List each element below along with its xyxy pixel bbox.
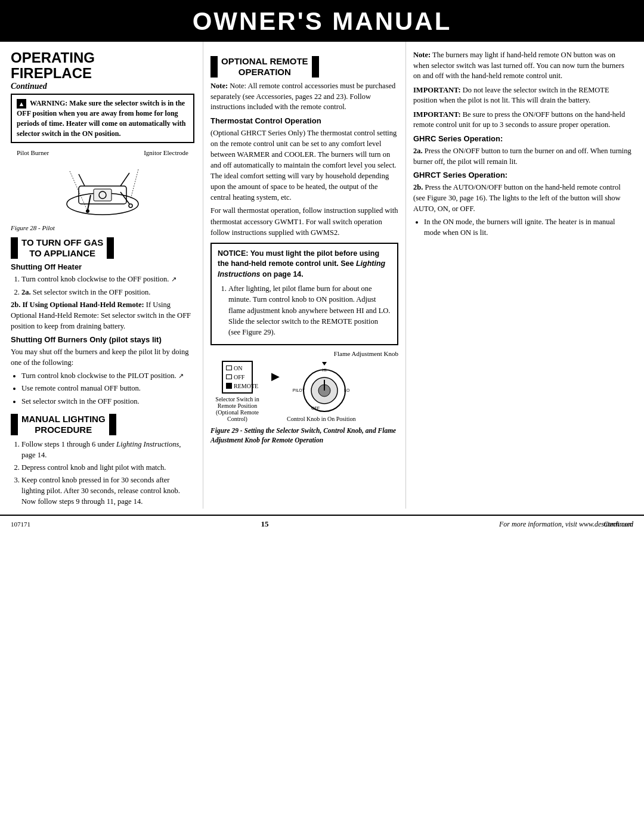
svg-point-7 [129, 204, 132, 208]
pilot-diagram: Pilot Burner Ignitor Electrode [11, 149, 194, 222]
bottom-figures-area: Flame Adjustment Knob ON OFF [210, 350, 398, 422]
manual-heading-bar-left [11, 414, 18, 435]
turn-off-gas-title: TO TURN OFF GASTO APPLIANCE [21, 237, 103, 259]
svg-text:PILOT: PILOT [293, 388, 305, 392]
page-title: OWNER'S MANUAL [0, 7, 644, 36]
svg-line-4 [88, 195, 91, 210]
ghrc-heading: GHRC Series Operation: [413, 134, 633, 143]
sel-off-indicator [226, 374, 232, 379]
burners-bullet-2: Use remote control manual OFF button. [21, 383, 194, 394]
step-1: Turn control knob clockwise to the OFF p… [21, 274, 194, 284]
arrow-icon-2: ↗ [178, 371, 184, 381]
opt-heading-bar-right [312, 56, 319, 78]
right-column: Note: The burners may light if hand-held… [405, 42, 644, 509]
svg-text:HI: HI [322, 368, 326, 372]
sel-row-remote: REMOTE [226, 382, 249, 391]
svg-line-3 [120, 173, 129, 186]
optional-remote-heading: OPTIONAL REMOTEOPERATION [210, 56, 398, 78]
wall-thermostat-text: For wall thermostat operation, follow in… [210, 205, 398, 237]
selector-switch-box: ON OFF REMOTE [222, 361, 253, 394]
sel-remote-indicator-filled [226, 383, 232, 389]
manual-step-1: Follow steps 1 through 6 under Lighting … [21, 439, 194, 460]
arrow-icon-1: ↗ [171, 275, 177, 284]
right-arrow-icon: ▶ [271, 370, 280, 383]
warning-box: ▲ WARNING: Make sure the selector switch… [11, 94, 194, 144]
flame-adj-label: Flame Adjustment Knob [210, 350, 398, 357]
ignitor-label: Ignitor Electrode [144, 149, 188, 156]
ghrct-bullet-1: In the ON mode, the burners will ignite.… [424, 216, 633, 238]
optional-remote-title: OPTIONAL REMOTEOPERATION [221, 56, 308, 78]
continued-label: Continued [11, 82, 194, 91]
pilot-figure-caption: Figure 28 - Pilot [11, 224, 194, 231]
notice-title: NOTICE: You must light the pilot before … [218, 249, 385, 278]
sel-row-on: ON [226, 364, 249, 373]
remote-note: Note: Note: All remote control accessori… [210, 81, 398, 113]
manual-step-3: Keep control knob pressed in for 30 seco… [21, 475, 194, 507]
manual-lighting-title: MANUAL LIGHTINGPROCEDURE [21, 414, 106, 435]
svg-line-10 [70, 171, 86, 209]
notice-steps: After lighting, let pilot flame burn for… [218, 283, 391, 337]
selector-switch-item: ON OFF REMOTE Selector Switch in Remote … [210, 361, 264, 422]
note1: Note: The burners may light if hand-held… [413, 50, 633, 82]
important1: IMPORTANT: Do not leave the selector swi… [413, 85, 633, 106]
page-number: 15 [261, 519, 269, 529]
ghrc-step2a: 2a. Press the ON/OFF button to turn the … [413, 145, 633, 167]
control-knob-item: HI LO PILOT OFF Control Knob in On Posit… [287, 361, 356, 422]
svg-line-2 [79, 174, 85, 186]
step-2b: 2b. If Using Optional Hand-Held Remote: … [11, 299, 194, 332]
svg-text:LO: LO [344, 388, 350, 392]
svg-line-11 [131, 169, 138, 199]
warning-text: WARNING: Make sure the selector switch i… [17, 99, 185, 138]
figure29-caption: Figure 29 - Setting the Selector Switch,… [210, 426, 398, 445]
sel-row-off: OFF [226, 373, 249, 382]
heading-bar-right [107, 237, 114, 259]
middle-column: OPTIONAL REMOTEOPERATION Note: Note: All… [203, 42, 405, 509]
svg-line-6 [120, 192, 129, 204]
ghrct-heading: GHRCT Series Operation: [413, 171, 633, 179]
thermostat-text: (Optional GHRCT Series Only) The thermos… [210, 128, 398, 203]
sel-on-indicator [226, 366, 232, 370]
main-content: OPERATINGFIREPLACE Continued ▲ WARNING: … [0, 42, 644, 509]
shutting-off-heater-steps: Turn control knob clockwise to the OFF p… [11, 274, 194, 332]
svg-marker-20 [322, 362, 327, 366]
important2: IMPORTANT: Be sure to press the ON/OFF b… [413, 110, 633, 131]
shutting-off-burners-intro: You may shut off the burners and keep th… [11, 346, 194, 368]
step-2a: 2a. Set selector switch in the OFF posit… [21, 287, 194, 298]
figures-row: ON OFF REMOTE Selector Switch in Remote … [210, 361, 398, 422]
svg-point-5 [86, 209, 89, 213]
footer-continued: Continued [603, 520, 633, 529]
burners-bullet-1: Turn control knob clockwise to the PILOT… [21, 370, 194, 381]
manual-step-2: Depress control knob and light pilot wit… [21, 462, 194, 473]
shutting-off-burners-heading: Shutting Off Burners Only (pilot stays l… [11, 335, 194, 344]
manual-lighting-heading: MANUAL LIGHTINGPROCEDURE [11, 414, 194, 435]
heading-bar-left [11, 237, 18, 259]
shutting-off-heater-heading: Shutting Off Heater [11, 262, 194, 271]
page-header: OWNER'S MANUAL [0, 0, 644, 42]
control-knob-svg: HI LO PILOT OFF [292, 361, 351, 414]
left-column: OPERATINGFIREPLACE Continued ▲ WARNING: … [0, 42, 203, 509]
svg-rect-8 [94, 189, 112, 201]
notice-step-1: After lighting, let pilot flame burn for… [228, 283, 391, 337]
opt-heading-bar-left [210, 56, 218, 78]
selector-position-label: Selector Switch in Remote Position (Opti… [210, 396, 264, 422]
turn-off-gas-heading: TO TURN OFF GASTO APPLIANCE [11, 237, 194, 259]
burners-bullet-3: Set selector switch in the OFF position. [21, 396, 194, 407]
section-title: OPERATINGFIREPLACE [11, 50, 194, 82]
section-title-block: OPERATINGFIREPLACE Continued [11, 50, 194, 91]
svg-text:OFF: OFF [311, 406, 320, 410]
ghrct-step2b: 2b. Press the AUTO/ON/OFF button on the … [413, 182, 633, 214]
warning-icon: ▲ [17, 99, 26, 109]
shutting-off-burners-list: Turn control knob clockwise to the PILOT… [11, 370, 194, 406]
pilot-burner-label: Pilot Burner [17, 149, 49, 156]
figure29-bold: Figure 29 - Setting the Selector Switch,… [210, 427, 396, 444]
pilot-svg [43, 156, 162, 222]
pilot-labels: Pilot Burner Ignitor Electrode [11, 149, 194, 156]
notice-box: NOTICE: You must light the pilot before … [210, 243, 398, 345]
ghrct-bullets: In the ON mode, the burners will ignite.… [413, 216, 633, 238]
manual-lighting-steps: Follow steps 1 through 6 under Lighting … [11, 439, 194, 507]
manual-heading-bar-right [109, 414, 116, 435]
page-footer: 107171 15 For more information, visit ww… [0, 515, 644, 532]
thermostat-heading: Thermostat Control Operation [210, 116, 398, 125]
part-number: 107171 [11, 521, 30, 528]
control-knob-label: Control Knob in On Position [287, 416, 356, 422]
